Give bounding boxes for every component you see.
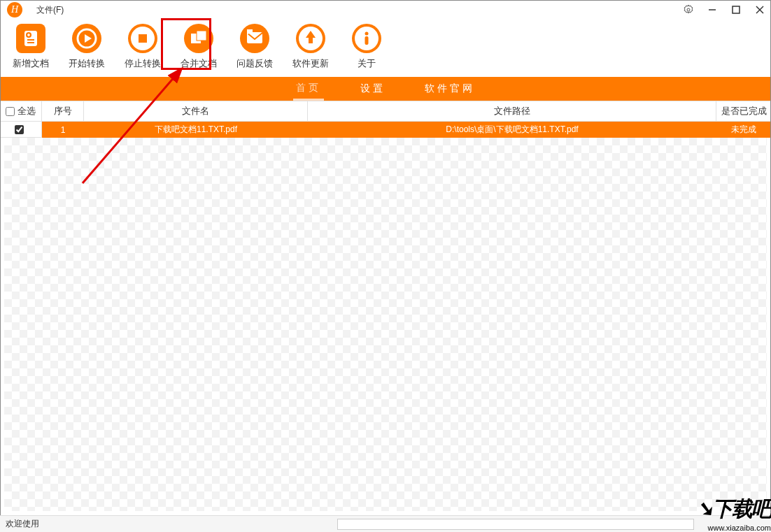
svg-rect-21 [365, 36, 369, 45]
select-all-label: 全选 [17, 105, 36, 117]
table-body: 1 下载吧文档11.TXT.pdf D:\tools\桌面\下载吧文档11.TX… [0, 122, 771, 138]
toolbar-label: 新增文档 [13, 57, 49, 70]
titlebar: H 文件(F) [0, 0, 771, 20]
svg-rect-1 [733, 6, 740, 13]
maximize-icon[interactable] [730, 4, 742, 15]
row-done: 未完成 [716, 122, 771, 138]
window-controls [683, 0, 765, 20]
row-checkbox[interactable] [15, 125, 24, 134]
row-filepath: D:\tools\桌面\下载吧文档11.TXT.pdf [308, 122, 716, 138]
close-icon[interactable] [754, 4, 765, 15]
stop-icon [128, 24, 157, 53]
stop-convert-button[interactable]: 停止转换 [123, 24, 162, 70]
status-bar: 欢迎使用 [0, 515, 771, 532]
add-document-button[interactable]: 新增文档 [11, 24, 50, 70]
app-logo: H [7, 2, 22, 17]
toolbar-label: 软件更新 [292, 57, 329, 70]
annotation-highlight-box [161, 18, 211, 70]
table-row[interactable]: 1 下载吧文档11.TXT.pdf D:\tools\桌面\下载吧文档11.TX… [0, 122, 771, 138]
menu-file[interactable]: 文件(F) [36, 4, 64, 16]
watermark-url: www.xiazaiba.com [696, 524, 771, 532]
status-text: 欢迎使用 [0, 518, 337, 530]
row-check-cell[interactable] [0, 122, 42, 138]
header-num: 序号 [42, 101, 84, 121]
update-icon [296, 24, 325, 53]
toolbar-label: 关于 [358, 57, 376, 70]
svg-rect-4 [24, 31, 37, 46]
minimize-icon[interactable] [707, 4, 718, 15]
toolbar-label: 停止转换 [125, 57, 161, 70]
svg-rect-13 [139, 34, 147, 43]
content-background [4, 138, 767, 511]
svg-point-20 [365, 32, 369, 36]
header-path: 文件路径 [308, 101, 716, 121]
svg-rect-16 [247, 32, 262, 43]
toolbar-label: 开始转换 [69, 57, 105, 70]
svg-rect-5 [27, 39, 34, 41]
header-name: 文件名 [84, 101, 308, 121]
row-num: 1 [42, 122, 84, 138]
download-arrow-icon: ➘ [696, 496, 712, 521]
tab-settings[interactable]: 设置 [358, 77, 388, 101]
select-all-checkbox[interactable] [6, 107, 15, 116]
row-filename: 下载吧文档11.TXT.pdf [84, 122, 308, 138]
tabs-bar: 首页 设置 软件官网 [0, 77, 771, 101]
about-button[interactable]: 关于 [347, 24, 386, 70]
settings-icon[interactable] [683, 4, 694, 15]
play-icon [72, 24, 101, 53]
tab-home[interactable]: 首页 [293, 77, 324, 101]
add-doc-icon [16, 24, 45, 53]
tab-website[interactable]: 软件官网 [422, 77, 478, 101]
horizontal-scrollbar[interactable] [337, 519, 694, 530]
toolbar: 新增文档 开始转换 停止转换 合并文档 问题反馈 软件更新 关于 [0, 20, 771, 70]
svg-rect-6 [27, 42, 34, 43]
update-button[interactable]: 软件更新 [291, 24, 330, 70]
watermark: ➘ 下载吧 www.xiazaiba.com [696, 495, 771, 532]
start-convert-button[interactable]: 开始转换 [67, 24, 106, 70]
header-select-all[interactable]: 全选 [0, 101, 42, 121]
feedback-icon [240, 24, 269, 53]
table-header: 全选 序号 文件名 文件路径 是否已完成 [0, 101, 771, 122]
watermark-text: 下载吧 [712, 495, 771, 524]
svg-marker-11 [85, 34, 92, 43]
feedback-button[interactable]: 问题反馈 [235, 24, 274, 70]
header-done: 是否已完成 [716, 101, 771, 121]
about-icon [352, 24, 381, 53]
watermark-logo: ➘ 下载吧 [696, 495, 771, 524]
toolbar-label: 问题反馈 [236, 57, 273, 70]
